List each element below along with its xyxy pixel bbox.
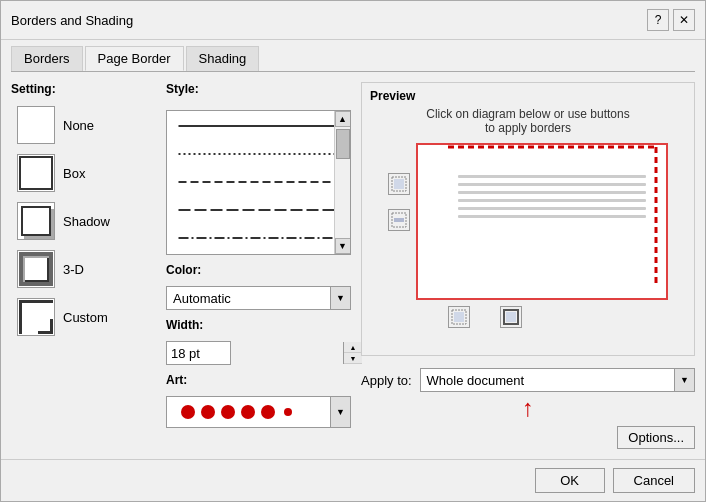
preview-dashed-border-svg	[418, 145, 666, 298]
custom-label: Custom	[63, 310, 108, 325]
style-dash-dot[interactable]	[167, 227, 350, 249]
width-row: Width: ▲ ▼	[166, 318, 351, 365]
art-row: Art: ▼	[166, 373, 351, 428]
3d-label: 3-D	[63, 262, 84, 277]
doc-line-4	[458, 199, 646, 202]
svg-rect-18	[454, 312, 464, 322]
width-input[interactable]	[167, 346, 343, 361]
setting-label: Setting:	[11, 82, 156, 96]
preview-area	[388, 143, 668, 328]
options-row: Options...	[361, 426, 695, 449]
svg-point-5	[181, 405, 195, 419]
ok-button[interactable]: OK	[535, 468, 605, 493]
border-btn-top-left[interactable]	[388, 173, 410, 195]
svg-point-6	[201, 405, 215, 419]
setting-box[interactable]: Box	[11, 150, 156, 196]
spin-down[interactable]: ▼	[344, 353, 362, 364]
color-select[interactable]: Automatic ▼	[166, 286, 351, 310]
tab-page-border[interactable]: Page Border	[85, 46, 184, 71]
left-border-buttons	[388, 173, 410, 231]
scroll-down[interactable]: ▼	[335, 238, 351, 254]
svg-rect-12	[394, 179, 404, 189]
shadow-label: Shadow	[63, 214, 110, 229]
cancel-button[interactable]: Cancel	[613, 468, 695, 493]
style-dotted[interactable]	[167, 143, 350, 165]
apply-to-dropdown-arrow[interactable]: ▼	[674, 369, 694, 391]
setting-custom[interactable]: Custom	[11, 294, 156, 340]
style-panel: Style:	[166, 82, 351, 449]
tab-shading[interactable]: Shading	[186, 46, 260, 71]
preview-group: Preview Click on diagram below or use bu…	[361, 82, 695, 356]
up-arrow-icon: ↑	[522, 394, 534, 422]
doc-line-2	[458, 183, 646, 186]
width-input-wrap: ▲ ▼	[166, 341, 231, 365]
border-btn-bottom-left[interactable]	[448, 306, 470, 328]
color-row: Color: Automatic ▼	[166, 263, 351, 310]
tab-borders[interactable]: Borders	[11, 46, 83, 71]
doc-line-6	[458, 215, 646, 218]
preview-title: Preview	[370, 89, 686, 103]
style-dashed1[interactable]	[167, 171, 350, 193]
style-dashed2[interactable]	[167, 199, 350, 221]
scroll-up[interactable]: ▲	[335, 111, 351, 127]
help-button[interactable]: ?	[647, 9, 669, 31]
svg-point-8	[241, 405, 255, 419]
svg-point-9	[261, 405, 275, 419]
setting-shadow[interactable]: Shadow	[11, 198, 156, 244]
art-dropdown-arrow[interactable]: ▼	[330, 397, 350, 427]
tab-bar: Borders Page Border Shading	[1, 40, 705, 71]
color-label: Color:	[166, 263, 351, 277]
doc-preview-lines	[458, 175, 646, 218]
svg-point-7	[221, 405, 235, 419]
preview-box[interactable]	[416, 143, 668, 300]
art-label: Art:	[166, 373, 351, 387]
art-select[interactable]: ▼	[166, 396, 351, 428]
title-bar: Borders and Shading ? ✕	[1, 1, 705, 40]
setting-panel: Setting: None Box Shadow 3-D Custom	[11, 82, 156, 449]
width-control: ▲ ▼	[166, 341, 351, 365]
box-icon	[17, 154, 55, 192]
doc-line-5	[458, 207, 646, 210]
bottom-bar: OK Cancel	[1, 459, 705, 501]
borders-shading-dialog: Borders and Shading ? ✕ Borders Page Bor…	[0, 0, 706, 502]
spin-buttons: ▲ ▼	[343, 342, 362, 364]
style-solid[interactable]	[167, 115, 350, 137]
svg-point-10	[284, 408, 292, 416]
options-button[interactable]: Options...	[617, 426, 695, 449]
bottom-border-buttons	[448, 306, 522, 328]
style-listbox[interactable]: ▲ ▼	[166, 110, 351, 255]
apply-to-value: Whole document	[421, 373, 674, 388]
doc-line-1	[458, 175, 646, 178]
spin-up[interactable]: ▲	[344, 342, 362, 353]
art-preview-svg	[173, 401, 293, 423]
title-bar-controls: ? ✕	[647, 9, 695, 31]
style-label: Style:	[166, 82, 351, 96]
apply-to-controls: Apply to: Whole document ▼	[361, 368, 695, 392]
apply-to-select[interactable]: Whole document ▼	[420, 368, 695, 392]
box-label: Box	[63, 166, 85, 181]
color-value: Automatic	[167, 291, 330, 306]
preview-hint: Click on diagram below or use buttonsto …	[370, 107, 686, 135]
dialog-title: Borders and Shading	[11, 13, 133, 28]
shadow-icon	[17, 202, 55, 240]
width-label: Width:	[166, 318, 351, 332]
none-icon	[17, 106, 55, 144]
scroll-thumb[interactable]	[336, 129, 350, 159]
apply-to-label: Apply to:	[361, 373, 412, 388]
svg-rect-20	[506, 312, 516, 322]
preview-panel: Preview Click on diagram below or use bu…	[361, 82, 695, 449]
style-scrollbar[interactable]: ▲ ▼	[334, 111, 350, 254]
content-area: Setting: None Box Shadow 3-D Custom	[1, 72, 705, 459]
svg-rect-14	[394, 218, 404, 222]
border-btn-mid-left[interactable]	[388, 209, 410, 231]
close-button[interactable]: ✕	[673, 9, 695, 31]
color-dropdown-arrow[interactable]: ▼	[330, 287, 350, 309]
setting-3d[interactable]: 3-D	[11, 246, 156, 292]
doc-line-3	[458, 191, 646, 194]
none-label: None	[63, 118, 94, 133]
border-btn-bottom-right[interactable]	[500, 306, 522, 328]
art-preview	[167, 401, 330, 423]
setting-none[interactable]: None	[11, 102, 156, 148]
arrow-indicator: ↑	[361, 392, 695, 422]
apply-to-row: Apply to: Whole document ▼ ↑ Options...	[361, 364, 695, 449]
